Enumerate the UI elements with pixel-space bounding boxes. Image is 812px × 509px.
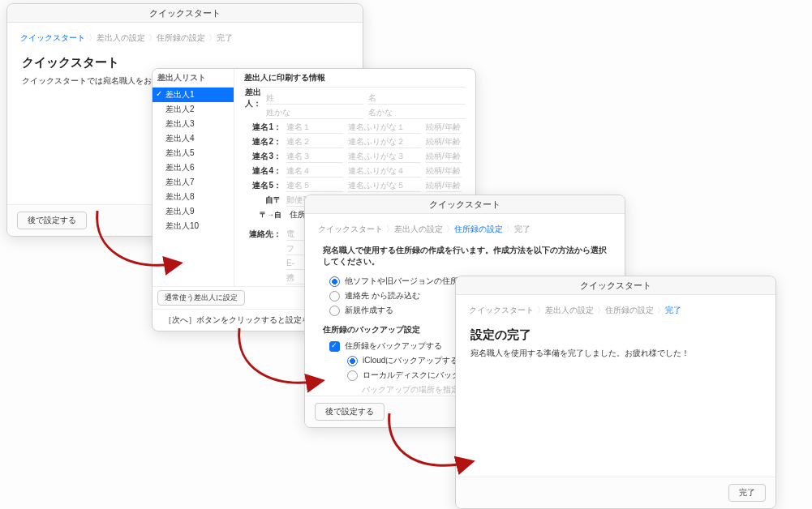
crumb-done[interactable]: 完了 <box>664 303 683 318</box>
page-title: 設定の完了 <box>470 327 761 343</box>
family-name-input[interactable]: 姓 <box>266 92 363 105</box>
joint-name-input[interactable]: 連名２ <box>286 136 343 148</box>
crumb-sender[interactable]: 差出人の設定 <box>95 31 147 45</box>
label-joint: 連名4： <box>244 165 281 177</box>
window-title: クイックスタート <box>305 195 625 214</box>
page-subtext: 宛名職人を使用する準備を完了しました。お疲れ様でした！ <box>470 348 761 359</box>
chevron-right-icon: 〉 <box>148 32 155 44</box>
chevron-right-icon: 〉 <box>657 305 664 316</box>
family-kana-input[interactable]: 姓かな <box>266 107 363 119</box>
breadcrumb: クイックスタート 〉 差出人の設定 〉 住所録の設定 〉 完了 <box>305 214 625 242</box>
set-default-sender-button[interactable]: 通常使う差出人に設定 <box>157 290 245 306</box>
wizard-window-4: クイックスタート クイックスタート 〉 差出人の設定 〉 住所録の設定 〉 完了… <box>455 276 776 509</box>
radio-icon <box>329 291 340 302</box>
label-joint: 連名1： <box>244 122 281 133</box>
form-title: 差出人に印刷する情報 <box>244 69 466 88</box>
radio-icon <box>329 306 340 316</box>
done-button[interactable]: 完了 <box>728 484 766 502</box>
label-joint: 連名3： <box>244 151 281 162</box>
crumb-done[interactable]: 完了 <box>215 31 234 45</box>
chevron-right-icon: 〉 <box>537 305 543 316</box>
joint-name-input[interactable]: 連名５ <box>286 180 343 192</box>
label-joint: 連名5： <box>244 180 281 191</box>
later-button[interactable]: 後で設定する <box>17 212 87 229</box>
given-name-input[interactable]: 名 <box>368 92 466 105</box>
label-sender: 差出人： <box>244 87 261 109</box>
sender-list-item[interactable]: 差出人10 <box>153 219 234 233</box>
window-title: クイックスタート <box>7 4 363 23</box>
window-title: クイックスタート <box>456 276 775 295</box>
given-kana-input[interactable]: 名かな <box>368 107 466 119</box>
sender-list-item[interactable]: 差出人2 <box>153 102 234 117</box>
joint-kana-input[interactable]: 連名ふりがな５ <box>348 180 421 192</box>
lead-text: 宛名職人で使用する住所録の作成を行います。作成方法を以下の方法から選択してくださ… <box>323 245 607 267</box>
sender-list-item[interactable]: 差出人1 <box>153 88 234 102</box>
chevron-right-icon: 〉 <box>597 305 604 316</box>
radio-icon <box>347 356 358 366</box>
label-addr-zip: 〒→自 <box>244 210 281 220</box>
sender-list-item[interactable]: 差出人7 <box>153 175 234 190</box>
checkbox-icon <box>329 341 340 352</box>
joint-name-input[interactable]: 連名４ <box>286 165 343 178</box>
sender-list-item[interactable]: 差出人9 <box>153 204 234 219</box>
joint-rel-input[interactable]: 続柄/年齢 <box>426 180 462 192</box>
label-contact: 連絡先： <box>244 229 281 240</box>
sender-list-item[interactable]: 差出人6 <box>153 160 234 175</box>
sender-list-item[interactable]: 差出人5 <box>153 146 234 160</box>
crumb-done[interactable]: 完了 <box>513 222 532 237</box>
joint-kana-input[interactable]: 連名ふりがな３ <box>348 151 421 163</box>
chevron-right-icon: 〉 <box>446 224 453 235</box>
chevron-right-icon: 〉 <box>208 32 215 44</box>
joint-kana-input[interactable]: 連名ふりがな２ <box>348 136 421 148</box>
chevron-right-icon: 〉 <box>506 224 513 235</box>
joint-kana-input[interactable]: 連名ふりがな１ <box>348 122 421 134</box>
crumb-sender[interactable]: 差出人の設定 <box>543 303 595 318</box>
breadcrumb: クイックスタート 〉 差出人の設定 〉 住所録の設定 〉 完了 <box>7 23 363 50</box>
crumb-addressbook[interactable]: 住所録の設定 <box>155 31 207 45</box>
sender-list-item[interactable]: 差出人4 <box>153 131 234 146</box>
radio-icon <box>329 276 340 287</box>
sender-list[interactable]: 差出人リスト 差出人1差出人2差出人3差出人4差出人5差出人6差出人7差出人8差… <box>153 69 234 286</box>
joint-rel-input[interactable]: 続柄/年齢 <box>426 165 462 178</box>
joint-rel-input[interactable]: 続柄/年齢 <box>426 151 462 163</box>
joint-rel-input[interactable]: 続柄/年齢 <box>426 136 462 148</box>
chevron-right-icon: 〉 <box>88 32 95 44</box>
joint-rel-input[interactable]: 続柄/年齢 <box>426 122 462 134</box>
chevron-right-icon: 〉 <box>386 224 393 235</box>
label-joint: 連名2： <box>244 136 281 148</box>
later-button[interactable]: 後で設定する <box>315 403 385 421</box>
crumb-addressbook[interactable]: 住所録の設定 <box>453 222 505 237</box>
sender-list-item[interactable]: 差出人3 <box>153 117 234 131</box>
sender-list-item[interactable]: 差出人8 <box>153 190 234 204</box>
crumb-quickstart[interactable]: クイックスタート <box>19 31 87 45</box>
joint-kana-input[interactable]: 連名ふりがな４ <box>348 165 421 178</box>
radio-icon <box>347 370 358 381</box>
sender-list-header: 差出人リスト <box>153 69 234 88</box>
label-home-zip: 自〒 <box>244 195 281 206</box>
crumb-addressbook[interactable]: 住所録の設定 <box>604 303 655 318</box>
crumb-sender[interactable]: 差出人の設定 <box>393 222 445 237</box>
joint-name-input[interactable]: 連名３ <box>286 151 343 163</box>
breadcrumb: クイックスタート 〉 差出人の設定 〉 住所録の設定 〉 完了 <box>456 295 775 323</box>
joint-name-input[interactable]: 連名１ <box>286 122 343 134</box>
crumb-quickstart[interactable]: クイックスタート <box>467 303 535 318</box>
crumb-quickstart[interactable]: クイックスタート <box>316 222 385 237</box>
